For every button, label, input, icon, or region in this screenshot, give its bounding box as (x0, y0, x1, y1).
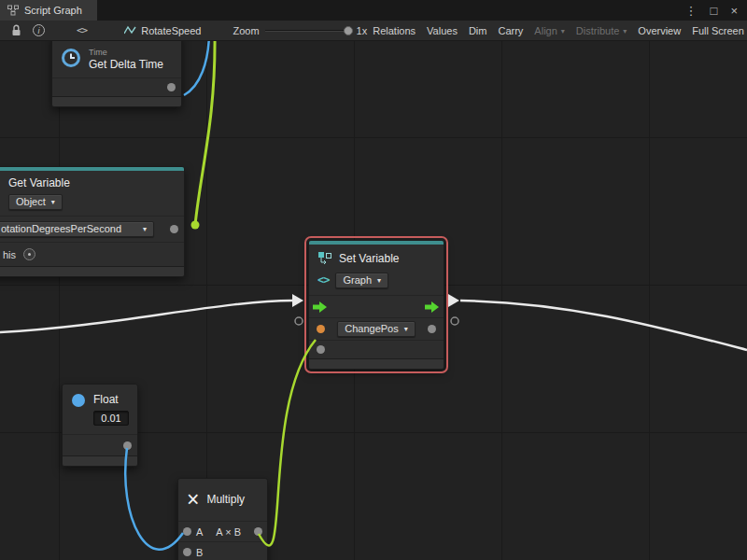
zoom-slider-track (265, 30, 351, 32)
script-graph-icon (7, 5, 19, 16)
node-get-delta-time[interactable]: Time Get Delta Time (51, 41, 182, 107)
wire-get-variable-output[interactable] (195, 41, 215, 225)
info-button[interactable]: i (27, 21, 50, 40)
edit-graph-button[interactable]: <> (71, 21, 92, 40)
zoom-label: Zoom (233, 25, 259, 36)
node-multiply[interactable]: × Multiply A A × B B (177, 478, 268, 560)
lock-button[interactable] (6, 21, 27, 40)
zoom-value: 1x (357, 25, 368, 36)
source-object-label: his (3, 249, 16, 260)
graph-canvas[interactable]: Time Get Delta Time Get Variable Object … (0, 41, 747, 560)
code-icon: <> (77, 24, 87, 36)
output-label: A × B (216, 526, 241, 538)
flow-input-arrow[interactable] (313, 301, 328, 313)
zoom-slider-knob[interactable] (344, 26, 353, 35)
caret-down-icon: ▾ (623, 28, 627, 35)
caret-down-icon: ▾ (143, 226, 147, 233)
overview-button[interactable]: Overview (632, 21, 686, 40)
flow-arrowhead-out (448, 294, 459, 307)
info-icon: i (33, 24, 45, 36)
port-row-a: A A × B (178, 521, 267, 541)
set-variable-icon (317, 251, 332, 266)
flow-arrowhead-in (292, 294, 303, 307)
flow-port-row (309, 295, 444, 317)
node-title: Set Variable (339, 252, 399, 266)
align-button[interactable]: Align▾ (529, 21, 570, 40)
window-controls: ⋮ □ × (685, 0, 747, 21)
caret-down-icon: ▾ (404, 326, 408, 333)
caret-down-icon: ▾ (51, 199, 55, 206)
values-button[interactable]: Values (421, 21, 463, 40)
zoom-control: Zoom 1x (233, 25, 367, 36)
relations-button[interactable]: Relations (367, 21, 421, 40)
carry-button[interactable]: Carry (492, 21, 529, 40)
port-ring-right[interactable] (451, 317, 458, 325)
distribute-button[interactable]: Distribute▾ (571, 21, 632, 40)
wire-flow-in[interactable] (0, 301, 292, 332)
tab-bar: Script Graph ⋮ □ × (0, 0, 747, 21)
node-footer (309, 358, 444, 369)
port-row: ChangePos ▾ (309, 317, 444, 340)
variable-name-dropdown[interactable]: ChangePos ▾ (337, 321, 416, 337)
float-icon (71, 393, 86, 408)
port-connected-dot[interactable] (191, 221, 200, 230)
port-delta-time-output[interactable] (167, 83, 176, 91)
port-row (52, 77, 181, 96)
maximize-icon[interactable]: □ (711, 4, 718, 18)
node-title: Get Variable (8, 176, 176, 190)
port-a-input[interactable] (183, 527, 191, 536)
caret-down-icon: ▾ (561, 28, 565, 35)
machine-graph-icon (124, 25, 136, 35)
lock-icon (11, 24, 21, 36)
fullscreen-button[interactable]: Full Screen (686, 21, 747, 40)
port-row: otationDegreesPerSecond ▾ (0, 216, 184, 242)
float-value-field[interactable]: 0.01 (93, 411, 129, 426)
wire-delta-time[interactable] (184, 41, 209, 95)
graph-toolbar: i <> RotateSpeed Zoom 1x Relations Value… (0, 21, 747, 41)
variable-name-dropdown[interactable]: otationDegreesPerSecond ▾ (0, 221, 154, 237)
zoom-slider[interactable] (265, 25, 351, 36)
object-picker-icon[interactable] (23, 248, 35, 260)
flow-output-arrow[interactable] (425, 301, 440, 313)
port-variable-value-output[interactable] (170, 225, 178, 233)
variable-scope-dropdown[interactable]: Graph ▾ (335, 273, 388, 288)
port-row: his (0, 242, 184, 266)
caret-down-icon: ▾ (377, 277, 381, 285)
node-title: Get Delta Time (89, 58, 163, 72)
node-title: Multiply (206, 493, 245, 507)
input-a-label: A (196, 526, 203, 538)
unity-window: Script Graph ⋮ □ × i <> RotateSpeed (0, 0, 747, 560)
node-set-variable[interactable]: Set Variable <> Graph ▾ (308, 240, 444, 370)
code-icon: <> (317, 273, 329, 287)
multiply-icon: × (187, 489, 199, 511)
wire-flow-out[interactable] (460, 301, 747, 350)
port-variable-name-input[interactable] (317, 325, 325, 333)
port-row (309, 340, 444, 358)
port-output-value[interactable] (428, 325, 436, 333)
port-b-input[interactable] (183, 548, 191, 556)
window-menu-icon[interactable]: ⋮ (685, 4, 698, 18)
variable-scope-dropdown[interactable]: Object ▾ (8, 194, 63, 210)
close-icon[interactable]: × (730, 4, 738, 18)
graph-breadcrumb: RotateSpeed (124, 25, 201, 36)
port-row-b: B (178, 541, 267, 560)
graph-name: RotateSpeed (141, 25, 201, 36)
clock-icon (61, 48, 81, 68)
tab-script-graph[interactable]: Script Graph (0, 0, 97, 21)
tab-label: Script Graph (24, 5, 82, 16)
dim-button[interactable]: Dim (463, 21, 493, 40)
port-new-value-input[interactable] (317, 345, 325, 354)
node-title: Float (93, 393, 129, 407)
port-ring-left[interactable] (295, 317, 303, 325)
toolbar-buttons: Relations Values Dim Carry Align▾ Distri… (367, 21, 747, 40)
node-category: Time (89, 48, 163, 58)
node-footer (0, 266, 184, 276)
node-footer (52, 96, 181, 106)
input-b-label: B (196, 547, 203, 558)
node-get-variable[interactable]: Get Variable Object ▾ otationDegreesPerS… (0, 166, 185, 277)
